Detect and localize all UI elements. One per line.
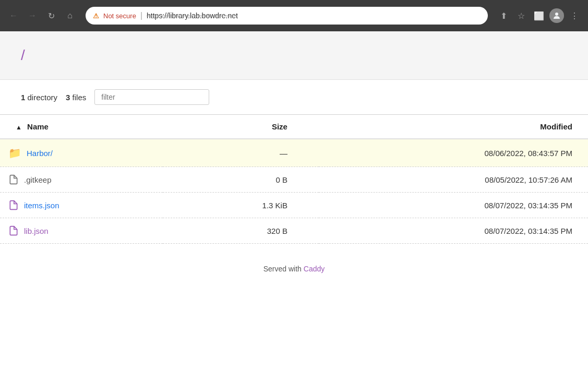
- sort-arrow-icon: ▲: [16, 124, 22, 131]
- size-cell: —: [163, 139, 319, 167]
- avatar-button[interactable]: [549, 8, 564, 23]
- name-cell: items.json: [0, 193, 163, 218]
- page-footer: Served with Caddy: [0, 244, 588, 283]
- modified-cell: 08/07/2022, 03:14:35 PM: [319, 193, 588, 218]
- file-table: ▲ Name Size Modified 📁 Harbor/ — 08/06/2…: [0, 115, 588, 244]
- table-header-row: ▲ Name Size Modified: [0, 115, 588, 139]
- page-content: / 1 directory 3 files ▲ Name Size Modifi…: [0, 31, 588, 392]
- name-cell: .gitkeep: [0, 167, 163, 193]
- file-link[interactable]: .gitkeep: [24, 175, 52, 184]
- modified-cell: 08/05/2022, 10:57:26 AM: [319, 167, 588, 193]
- bookmark-button[interactable]: ☆: [514, 8, 529, 23]
- share-button[interactable]: ⬆: [496, 8, 511, 23]
- col-header-modified: Modified: [319, 115, 588, 139]
- col-header-name: ▲ Name: [0, 115, 163, 139]
- warning-icon: ⚠: [93, 12, 99, 20]
- page-header: /: [0, 31, 588, 80]
- col-header-size: Size: [163, 115, 319, 139]
- served-text: Served with: [263, 265, 302, 273]
- url-text: https://library.lab.bowdre.net: [147, 11, 238, 20]
- summary-bar: 1 directory 3 files: [0, 80, 588, 115]
- address-bar[interactable]: ⚠ Not secure | https://library.lab.bowdr…: [86, 7, 488, 25]
- reload-button[interactable]: ↻: [44, 8, 58, 23]
- folder-icon: 📁: [8, 147, 21, 159]
- file-link[interactable]: items.json: [24, 201, 59, 210]
- home-button[interactable]: ⌂: [63, 8, 77, 23]
- name-cell: 📁 Harbor/: [0, 139, 163, 167]
- table-row: 📁 Harbor/ — 08/06/2022, 08:43:57 PM: [0, 139, 588, 167]
- tab-button[interactable]: ⬜: [532, 8, 546, 23]
- root-path: /: [21, 47, 25, 63]
- dir-count: 1 directory: [21, 93, 57, 102]
- filter-input[interactable]: [94, 89, 209, 105]
- browser-chrome: ← → ↻ ⌂ ⚠ Not secure | https://library.l…: [0, 0, 588, 31]
- size-cell: 1.3 KiB: [163, 193, 319, 218]
- table-row: .gitkeep 0 B 08/05/2022, 10:57:26 AM: [0, 167, 588, 193]
- table-row: items.json 1.3 KiB 08/07/2022, 03:14:35 …: [0, 193, 588, 218]
- caddy-link[interactable]: Caddy: [304, 265, 325, 273]
- size-cell: 320 B: [163, 218, 319, 244]
- file-icon: [8, 174, 19, 185]
- modified-cell: 08/07/2022, 03:14:35 PM: [319, 218, 588, 244]
- table-row: lib.json 320 B 08/07/2022, 03:14:35 PM: [0, 218, 588, 244]
- folder-link[interactable]: Harbor/: [27, 149, 53, 158]
- size-cell: 0 B: [163, 167, 319, 193]
- back-button[interactable]: ←: [6, 8, 21, 23]
- not-secure-label: Not secure: [103, 12, 136, 20]
- file-icon: [8, 225, 19, 236]
- file-link[interactable]: lib.json: [24, 227, 49, 235]
- name-cell: lib.json: [0, 218, 163, 244]
- modified-cell: 08/06/2022, 08:43:57 PM: [319, 139, 588, 167]
- separator: |: [140, 11, 142, 20]
- file-icon: [8, 200, 19, 210]
- file-count: 3 files: [66, 93, 86, 102]
- svg-point-0: [555, 13, 558, 16]
- menu-button[interactable]: ⋮: [567, 8, 582, 23]
- chrome-actions: ⬆ ☆ ⬜ ⋮: [496, 8, 582, 23]
- forward-button[interactable]: →: [25, 8, 40, 23]
